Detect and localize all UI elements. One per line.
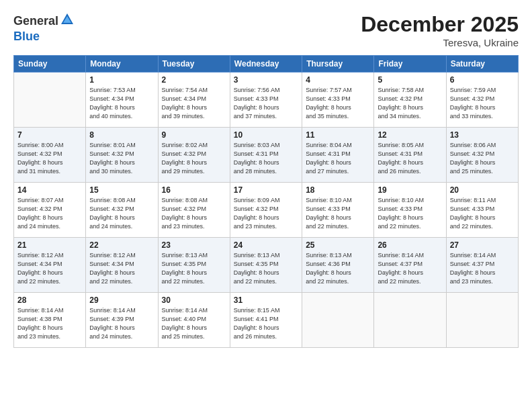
day-number: 11 — [306, 130, 370, 140]
calendar-week-row: 1Sunrise: 7:53 AM Sunset: 4:34 PM Daylig… — [14, 73, 519, 128]
day-number: 18 — [306, 185, 370, 195]
day-number: 12 — [378, 130, 442, 140]
day-info: Sunrise: 8:07 AM Sunset: 4:32 PM Dayligh… — [17, 196, 82, 231]
table-row: 11Sunrise: 8:04 AM Sunset: 4:31 PM Dayli… — [302, 128, 374, 183]
day-number: 3 — [234, 75, 298, 85]
table-row: 24Sunrise: 8:13 AM Sunset: 4:35 PM Dayli… — [230, 238, 302, 293]
calendar-week-row: 7Sunrise: 8:00 AM Sunset: 4:32 PM Daylig… — [14, 128, 519, 183]
calendar-week-row: 28Sunrise: 8:14 AM Sunset: 4:38 PM Dayli… — [14, 293, 519, 348]
day-number: 5 — [378, 75, 442, 85]
day-info: Sunrise: 8:14 AM Sunset: 4:37 PM Dayligh… — [378, 251, 442, 286]
day-info: Sunrise: 8:14 AM Sunset: 4:38 PM Dayligh… — [17, 306, 82, 341]
day-number: 19 — [378, 185, 442, 195]
day-number: 10 — [234, 130, 298, 140]
col-monday: Monday — [86, 56, 158, 73]
day-number: 23 — [162, 240, 226, 250]
table-row: 5Sunrise: 7:58 AM Sunset: 4:32 PM Daylig… — [374, 73, 446, 128]
day-info: Sunrise: 8:01 AM Sunset: 4:32 PM Dayligh… — [89, 141, 154, 176]
day-number: 8 — [89, 130, 154, 140]
table-row: 2Sunrise: 7:54 AM Sunset: 4:34 PM Daylig… — [158, 73, 230, 128]
table-row: 21Sunrise: 8:12 AM Sunset: 4:34 PM Dayli… — [14, 238, 86, 293]
logo-blue-text: Blue — [13, 30, 40, 44]
table-row — [302, 293, 374, 348]
col-thursday: Thursday — [302, 56, 374, 73]
calendar-week-row: 21Sunrise: 8:12 AM Sunset: 4:34 PM Dayli… — [14, 238, 519, 293]
day-info: Sunrise: 8:08 AM Sunset: 4:32 PM Dayligh… — [89, 196, 154, 231]
logo-icon — [60, 12, 75, 30]
day-info: Sunrise: 7:53 AM Sunset: 4:34 PM Dayligh… — [89, 86, 154, 121]
day-number: 24 — [234, 240, 298, 250]
calendar-subtitle: Teresva, Ukraine — [361, 37, 519, 48]
day-info: Sunrise: 7:54 AM Sunset: 4:34 PM Dayligh… — [162, 86, 226, 121]
day-number: 20 — [450, 185, 515, 195]
table-row: 16Sunrise: 8:08 AM Sunset: 4:32 PM Dayli… — [158, 183, 230, 238]
table-row — [14, 73, 86, 128]
day-number: 6 — [450, 75, 515, 85]
day-number: 17 — [234, 185, 298, 195]
day-number: 25 — [306, 240, 370, 250]
table-row: 8Sunrise: 8:01 AM Sunset: 4:32 PM Daylig… — [86, 128, 158, 183]
calendar-header-row: Sunday Monday Tuesday Wednesday Thursday… — [14, 56, 519, 73]
table-row: 20Sunrise: 8:11 AM Sunset: 4:33 PM Dayli… — [446, 183, 518, 238]
table-row: 3Sunrise: 7:56 AM Sunset: 4:33 PM Daylig… — [230, 73, 302, 128]
table-row: 19Sunrise: 8:10 AM Sunset: 4:33 PM Dayli… — [374, 183, 446, 238]
day-info: Sunrise: 8:06 AM Sunset: 4:32 PM Dayligh… — [450, 141, 515, 176]
col-wednesday: Wednesday — [230, 56, 302, 73]
table-row: 23Sunrise: 8:13 AM Sunset: 4:35 PM Dayli… — [158, 238, 230, 293]
day-number: 30 — [162, 295, 226, 305]
table-row: 15Sunrise: 8:08 AM Sunset: 4:32 PM Dayli… — [86, 183, 158, 238]
page: General Blue December 2025 Teresva, Ukra… — [0, 0, 532, 411]
title-block: December 2025 Teresva, Ukraine — [361, 12, 519, 48]
day-info: Sunrise: 8:11 AM Sunset: 4:33 PM Dayligh… — [450, 196, 515, 231]
day-number: 1 — [89, 75, 154, 85]
day-info: Sunrise: 8:15 AM Sunset: 4:41 PM Dayligh… — [234, 306, 298, 341]
day-info: Sunrise: 7:57 AM Sunset: 4:33 PM Dayligh… — [306, 86, 370, 121]
calendar-week-row: 14Sunrise: 8:07 AM Sunset: 4:32 PM Dayli… — [14, 183, 519, 238]
day-info: Sunrise: 8:00 AM Sunset: 4:32 PM Dayligh… — [17, 141, 82, 176]
day-number: 22 — [89, 240, 154, 250]
day-info: Sunrise: 8:13 AM Sunset: 4:35 PM Dayligh… — [234, 251, 298, 286]
day-number: 21 — [17, 240, 82, 250]
day-info: Sunrise: 8:13 AM Sunset: 4:36 PM Dayligh… — [306, 251, 370, 286]
table-row: 31Sunrise: 8:15 AM Sunset: 4:41 PM Dayli… — [230, 293, 302, 348]
table-row: 12Sunrise: 8:05 AM Sunset: 4:31 PM Dayli… — [374, 128, 446, 183]
table-row: 17Sunrise: 8:09 AM Sunset: 4:32 PM Dayli… — [230, 183, 302, 238]
day-info: Sunrise: 8:10 AM Sunset: 4:33 PM Dayligh… — [378, 196, 442, 231]
day-info: Sunrise: 8:14 AM Sunset: 4:39 PM Dayligh… — [89, 306, 154, 341]
day-info: Sunrise: 8:12 AM Sunset: 4:34 PM Dayligh… — [17, 251, 82, 286]
day-number: 29 — [89, 295, 154, 305]
table-row: 10Sunrise: 8:03 AM Sunset: 4:31 PM Dayli… — [230, 128, 302, 183]
day-number: 7 — [17, 130, 82, 140]
day-info: Sunrise: 7:58 AM Sunset: 4:32 PM Dayligh… — [378, 86, 442, 121]
table-row: 25Sunrise: 8:13 AM Sunset: 4:36 PM Dayli… — [302, 238, 374, 293]
day-info: Sunrise: 8:14 AM Sunset: 4:37 PM Dayligh… — [450, 251, 515, 286]
day-number: 13 — [450, 130, 515, 140]
calendar-title: December 2025 — [361, 12, 519, 37]
table-row: 14Sunrise: 8:07 AM Sunset: 4:32 PM Dayli… — [14, 183, 86, 238]
day-number: 9 — [162, 130, 226, 140]
day-info: Sunrise: 8:14 AM Sunset: 4:40 PM Dayligh… — [162, 306, 226, 341]
day-info: Sunrise: 8:04 AM Sunset: 4:31 PM Dayligh… — [306, 141, 370, 176]
col-saturday: Saturday — [446, 56, 518, 73]
table-row: 6Sunrise: 7:59 AM Sunset: 4:32 PM Daylig… — [446, 73, 518, 128]
header: General Blue December 2025 Teresva, Ukra… — [13, 12, 519, 48]
day-info: Sunrise: 8:08 AM Sunset: 4:32 PM Dayligh… — [162, 196, 226, 231]
day-number: 14 — [17, 185, 82, 195]
day-number: 4 — [306, 75, 370, 85]
table-row: 18Sunrise: 8:10 AM Sunset: 4:33 PM Dayli… — [302, 183, 374, 238]
col-sunday: Sunday — [14, 56, 86, 73]
table-row: 4Sunrise: 7:57 AM Sunset: 4:33 PM Daylig… — [302, 73, 374, 128]
table-row: 27Sunrise: 8:14 AM Sunset: 4:37 PM Dayli… — [446, 238, 518, 293]
logo: General Blue — [13, 12, 75, 44]
table-row: 28Sunrise: 8:14 AM Sunset: 4:38 PM Dayli… — [14, 293, 86, 348]
table-row: 26Sunrise: 8:14 AM Sunset: 4:37 PM Dayli… — [374, 238, 446, 293]
table-row — [446, 293, 518, 348]
table-row: 22Sunrise: 8:12 AM Sunset: 4:34 PM Dayli… — [86, 238, 158, 293]
day-info: Sunrise: 8:13 AM Sunset: 4:35 PM Dayligh… — [162, 251, 226, 286]
logo-general-text: General — [13, 14, 58, 28]
day-info: Sunrise: 8:05 AM Sunset: 4:31 PM Dayligh… — [378, 141, 442, 176]
day-info: Sunrise: 7:59 AM Sunset: 4:32 PM Dayligh… — [450, 86, 515, 121]
day-number: 28 — [17, 295, 82, 305]
table-row: 9Sunrise: 8:02 AM Sunset: 4:32 PM Daylig… — [158, 128, 230, 183]
day-info: Sunrise: 8:10 AM Sunset: 4:33 PM Dayligh… — [306, 196, 370, 231]
